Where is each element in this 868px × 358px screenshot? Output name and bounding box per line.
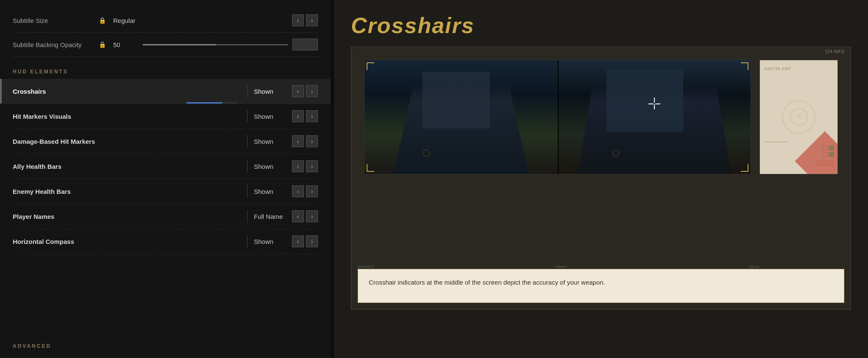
hud-crosshairs-prev-button[interactable]: ‹ bbox=[292, 85, 304, 97]
building-right bbox=[606, 69, 683, 131]
hud-hit-markers-value: Shown bbox=[254, 113, 292, 120]
hud-damage-hit-markers-prev-button[interactable]: ‹ bbox=[292, 135, 304, 147]
hud-section-header: HUD ELEMENTS bbox=[0, 61, 331, 79]
building-left bbox=[423, 72, 490, 129]
hud-enemy-health-divider bbox=[247, 185, 248, 198]
subtitle-opacity-slider-track[interactable] bbox=[143, 44, 288, 45]
hud-ally-health-value: Shown bbox=[254, 163, 292, 170]
sig-line bbox=[763, 142, 787, 142]
stamp-icon: ✕ bbox=[788, 106, 810, 128]
top-settings: Subtitle Size 🔒 Regular ‹ › Subtitle Bac… bbox=[0, 0, 331, 61]
info-panel: G02733-2/87 ✕ bbox=[760, 60, 838, 174]
advanced-section: ADVANCED bbox=[0, 336, 331, 350]
hud-compass-arrows: ‹ › bbox=[292, 235, 318, 247]
subtitle-size-arrows: ‹ › bbox=[292, 14, 318, 26]
hud-compass-value: Shown bbox=[254, 238, 292, 245]
subtitle-opacity-row: Subtitle Backing Opacity 🔒 50 bbox=[13, 33, 318, 57]
subtitle-opacity-slider-fill bbox=[143, 44, 216, 45]
item-left bbox=[423, 149, 430, 157]
hud-player-names-divider bbox=[247, 210, 248, 223]
subtitle-size-prev-button[interactable]: ‹ bbox=[292, 14, 304, 26]
detail-panel: Crosshairs [14.NKI] bbox=[334, 0, 868, 358]
info-code: G02733-2/87 bbox=[764, 67, 791, 71]
hud-crosshairs-value: Shown bbox=[254, 88, 292, 95]
description-box: Crosshair indicators at the middle of th… bbox=[358, 269, 844, 303]
checkbox-1 bbox=[823, 145, 828, 151]
subtitle-size-row: Subtitle Size 🔒 Regular ‹ › bbox=[13, 8, 318, 33]
hud-row-player-names[interactable]: Player Names Full Name ‹ › bbox=[13, 204, 318, 229]
meta-mid: ARMY bbox=[555, 265, 568, 269]
hud-compass-next-button[interactable]: › bbox=[306, 235, 318, 247]
checkbox-4 bbox=[829, 152, 834, 157]
settings-panel: Subtitle Size 🔒 Regular ‹ › Subtitle Bac… bbox=[0, 0, 331, 358]
hud-damage-hit-markers-next-button[interactable]: › bbox=[306, 135, 318, 147]
hud-enemy-health-value: Shown bbox=[254, 188, 292, 195]
meta-right: 2033 bbox=[749, 265, 760, 269]
hud-enemy-health-prev-button[interactable]: ‹ bbox=[292, 185, 304, 197]
hud-damage-hit-markers-divider bbox=[247, 135, 248, 148]
description-text: Crosshair indicators at the middle of th… bbox=[369, 278, 833, 288]
hud-ally-health-divider bbox=[247, 160, 248, 173]
hud-hit-markers-prev-button[interactable]: ‹ bbox=[292, 110, 304, 122]
hud-player-names-prev-button[interactable]: ‹ bbox=[292, 210, 304, 222]
hud-crosshairs-next-button[interactable]: › bbox=[306, 85, 318, 97]
subtitle-opacity-value: 50 bbox=[107, 39, 318, 50]
hud-crosshairs-bar-fill bbox=[186, 102, 222, 103]
hud-compass-label: Horizontal Compass bbox=[13, 238, 241, 245]
hud-player-names-next-button[interactable]: › bbox=[306, 210, 318, 222]
preview-bottom-meta: 8049C3 ARMY 2033 bbox=[358, 265, 760, 269]
hud-ally-health-next-button[interactable]: › bbox=[306, 160, 318, 172]
hud-compass-divider bbox=[247, 235, 248, 248]
hud-row-ally-health[interactable]: Ally Health Bars Shown ‹ › bbox=[13, 154, 318, 179]
subtitle-size-value: Regular bbox=[107, 17, 292, 24]
hud-hit-markers-label: Hit Markers Visuals bbox=[13, 113, 241, 120]
subtitle-size-lock-icon: 🔒 bbox=[97, 17, 107, 24]
crosshair-right bbox=[655, 103, 660, 104]
hud-damage-hit-markers-value: Shown bbox=[254, 138, 292, 145]
hud-enemy-health-next-button[interactable]: › bbox=[306, 185, 318, 197]
hud-player-names-label: Player Names bbox=[13, 213, 241, 220]
hud-enemy-health-label: Enemy Health Bars bbox=[13, 188, 241, 195]
subtitle-size-text: Regular bbox=[113, 17, 139, 24]
checkbox-row-1 bbox=[823, 145, 834, 151]
hud-crosshairs-label: Crosshairs bbox=[13, 88, 241, 95]
checkbox-grid bbox=[823, 145, 834, 157]
hud-compass-prev-button[interactable]: ‹ bbox=[292, 235, 304, 247]
game-preview-image bbox=[364, 60, 751, 174]
hud-row-enemy-health[interactable]: Enemy Health Bars Shown ‹ › bbox=[13, 179, 318, 204]
hud-damage-hit-markers-arrows: ‹ › bbox=[292, 135, 318, 147]
hud-ally-health-arrows: ‹ › bbox=[292, 160, 318, 172]
hud-ally-health-prev-button[interactable]: ‹ bbox=[292, 160, 304, 172]
hud-row-crosshairs[interactable]: Crosshairs Shown ‹ › bbox=[0, 79, 331, 104]
checkbox-2 bbox=[829, 145, 834, 151]
svg-text:✕: ✕ bbox=[796, 112, 802, 121]
hud-crosshairs-bar bbox=[186, 102, 237, 103]
hud-player-names-value: Full Name bbox=[254, 213, 292, 220]
subtitle-size-label: Subtitle Size bbox=[13, 17, 97, 24]
subtitle-opacity-text: 50 bbox=[113, 41, 139, 48]
subtitle-opacity-label: Subtitle Backing Opacity bbox=[13, 41, 97, 48]
bracket-bl bbox=[367, 164, 374, 172]
hud-crosshairs-divider bbox=[247, 85, 248, 98]
hud-row-compass[interactable]: Horizontal Compass Shown ‹ › bbox=[13, 229, 318, 254]
screenshot-left bbox=[364, 60, 558, 174]
bracket-br bbox=[741, 164, 748, 172]
hud-row-hit-markers[interactable]: Hit Markers Visuals Shown ‹ › bbox=[13, 104, 318, 129]
checkbox-3 bbox=[823, 152, 828, 157]
panel-title: Crosshairs bbox=[351, 13, 851, 38]
preview-inner: G02733-2/87 ✕ bbox=[358, 53, 844, 263]
hud-hit-markers-next-button[interactable]: › bbox=[306, 110, 318, 122]
subtitle-size-next-button[interactable]: › bbox=[306, 14, 318, 26]
crosshair-bottom bbox=[654, 104, 655, 109]
advanced-label: ADVANCED bbox=[13, 343, 51, 349]
hud-hit-markers-arrows: ‹ › bbox=[292, 110, 318, 122]
bracket-tl bbox=[367, 62, 374, 70]
preview-area: [14.NKI] bbox=[351, 47, 851, 310]
signature-area bbox=[763, 142, 789, 142]
hud-hit-markers-divider bbox=[247, 110, 248, 123]
bracket-tr bbox=[741, 62, 748, 70]
hud-row-damage-hit-markers[interactable]: Damage-Based Hit Markers Shown ‹ › bbox=[13, 129, 318, 154]
screenshot-right bbox=[558, 60, 751, 174]
panel-divider bbox=[331, 0, 334, 358]
checkbox-row-2 bbox=[823, 152, 834, 157]
